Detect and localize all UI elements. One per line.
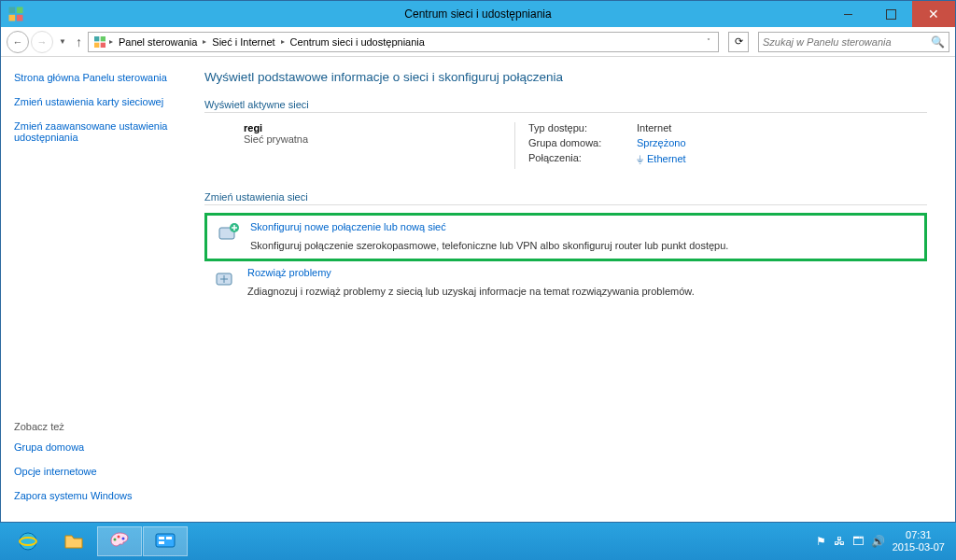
net-access-value: Internet	[637, 122, 671, 133]
close-button[interactable]: ✕	[912, 1, 955, 27]
maximize-button[interactable]	[869, 1, 912, 27]
net-homegroup-label: Grupa domowa:	[528, 137, 637, 148]
net-connections-label: Połączenia:	[528, 152, 637, 165]
taskbar[interactable]: ⚑ 🖧 🗔 🔊 07:31 2015-03-07	[0, 523, 956, 560]
tray-volume-icon[interactable]: 🔊	[871, 535, 885, 548]
forward-button[interactable]: →	[31, 31, 53, 53]
breadcrumb-sep: ▸	[281, 37, 285, 46]
search-box[interactable]: 🔍	[758, 32, 949, 52]
titlebar[interactable]: Centrum sieci i udostępniania ✕	[1, 1, 955, 27]
clock-date: 2015-03-07	[893, 541, 945, 553]
see-also-heading: Zobacz też	[14, 421, 184, 432]
breadcrumb-seg-2[interactable]: Centrum sieci i udostępniania	[287, 33, 429, 51]
svg-rect-5	[101, 36, 105, 41]
sidebar-link-home[interactable]: Strona główna Panelu sterowania	[14, 72, 184, 83]
svg-rect-16	[156, 534, 175, 547]
window: Centrum sieci i udostępniania ✕ ← → ▼ ↑ …	[0, 0, 956, 523]
troubleshoot-desc: Zdiagnozuj i rozwiąż problemy z siecią l…	[247, 286, 695, 297]
clock-time: 07:31	[893, 529, 945, 541]
svg-rect-1	[17, 7, 23, 14]
network-type: Sieć prywatna	[244, 133, 514, 145]
svg-point-15	[122, 538, 125, 540]
body: Strona główna Panelu sterowania Zmień us…	[1, 57, 955, 522]
search-input[interactable]	[763, 36, 931, 48]
svg-rect-17	[159, 537, 164, 539]
tray-flag-icon[interactable]: ⚑	[816, 535, 826, 548]
svg-point-13	[114, 539, 117, 541]
svg-rect-2	[9, 15, 16, 21]
tray-power-icon[interactable]: 🗔	[852, 535, 864, 548]
troubleshoot-icon	[214, 267, 238, 291]
svg-rect-6	[94, 42, 99, 47]
section-change-settings: Zmień ustawienia sieci	[204, 191, 927, 205]
task-explorer[interactable]	[51, 526, 96, 556]
section-active-networks: Wyświetl aktywne sieci	[204, 99, 927, 113]
sidebar: Strona główna Panelu sterowania Zmień us…	[1, 57, 197, 522]
ethernet-icon: ⏚	[637, 152, 643, 165]
location-icon	[92, 35, 107, 49]
setup-connection-desc: Skonfiguruj połączenie szerokopasmowe, t…	[250, 240, 728, 251]
breadcrumb-seg-1[interactable]: Sieć i Internet	[208, 33, 278, 51]
setup-new-connection[interactable]: Skonfiguruj nowe połączenie lub nową sie…	[204, 213, 927, 261]
see-also-homegroup[interactable]: Grupa domowa	[14, 441, 184, 453]
svg-point-14	[118, 536, 120, 539]
network-name: regi	[244, 122, 514, 133]
refresh-button[interactable]: ⟳	[728, 32, 749, 52]
address-dropdown[interactable]: ˅	[703, 37, 714, 46]
net-access-label: Typ dostępu:	[528, 122, 637, 133]
troubleshoot[interactable]: Rozwiąż problemy Zdiagnozuj i rozwiąż pr…	[204, 261, 927, 304]
search-icon[interactable]: 🔍	[931, 35, 945, 49]
task-ie[interactable]	[6, 526, 50, 556]
svg-rect-19	[159, 541, 164, 544]
content: Wyświetl podstawowe informacje o sieci i…	[197, 57, 955, 522]
svg-rect-4	[94, 36, 99, 41]
toolbar: ← → ▼ ↑ ▸ Panel sterowania ▸ Sieć i Inte…	[1, 27, 955, 57]
breadcrumb-sep: ▸	[203, 37, 206, 46]
svg-rect-0	[9, 7, 16, 14]
back-button[interactable]: ←	[7, 31, 29, 53]
active-network: regi Sieć prywatna Typ dostępu: Internet…	[244, 122, 955, 169]
tray-network-icon[interactable]: 🖧	[834, 535, 845, 548]
control-panel-icon	[7, 5, 25, 23]
breadcrumb-sep: ▸	[109, 37, 113, 46]
clock[interactable]: 07:31 2015-03-07	[893, 529, 950, 553]
minimize-button[interactable]	[826, 1, 869, 27]
net-connections-value[interactable]: ⏚Ethernet	[637, 152, 686, 165]
task-control-panel[interactable]	[143, 526, 188, 556]
svg-rect-3	[17, 15, 23, 21]
task-paint[interactable]	[97, 526, 142, 556]
see-also-internet-options[interactable]: Opcje internetowe	[14, 466, 184, 477]
setup-connection-title[interactable]: Skonfiguruj nowe połączenie lub nową sie…	[250, 221, 728, 232]
window-title: Centrum sieci i udostępniania	[404, 7, 551, 21]
address-bar[interactable]: ▸ Panel sterowania ▸ Sieć i Internet ▸ C…	[88, 32, 719, 52]
see-also-firewall[interactable]: Zapora systemu Windows	[14, 490, 184, 501]
net-homegroup-value[interactable]: Sprzężono	[637, 137, 686, 148]
window-controls: ✕	[826, 1, 955, 27]
content-heading: Wyświetl podstawowe informacje o sieci i…	[204, 70, 955, 84]
sidebar-link-advanced[interactable]: Zmień zaawansowane ustawienia udostępnia…	[14, 120, 184, 143]
up-button[interactable]: ↑	[76, 35, 82, 49]
nav-history-dropdown[interactable]: ▼	[59, 37, 66, 46]
svg-rect-18	[166, 537, 172, 539]
breadcrumb-seg-0[interactable]: Panel sterowania	[115, 33, 201, 51]
troubleshoot-title[interactable]: Rozwiąż problemy	[247, 267, 695, 278]
svg-rect-7	[101, 42, 105, 47]
svg-point-11	[20, 533, 36, 550]
sidebar-link-adapter[interactable]: Zmień ustawienia karty sieciowej	[14, 96, 184, 107]
setup-connection-icon	[217, 221, 241, 245]
